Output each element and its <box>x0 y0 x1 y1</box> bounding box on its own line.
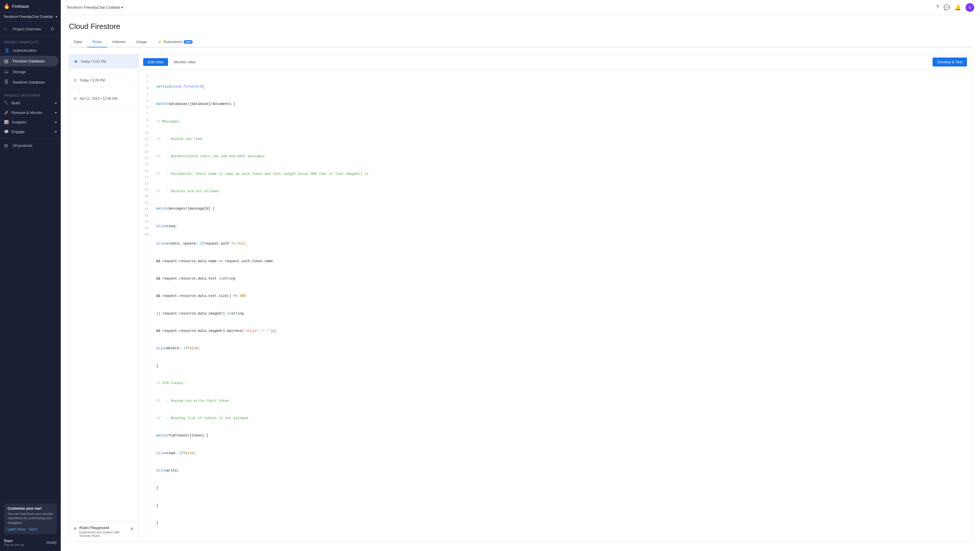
history-item-0[interactable]: ★ Today • 5:31 PM <box>69 55 138 68</box>
help-icon[interactable]: ? <box>936 4 939 10</box>
code-line-3: // Messages: <box>156 119 967 125</box>
sidebar-item-all-products[interactable]: ⊞ All products <box>0 140 59 151</box>
ln-3: 3 <box>138 85 151 92</box>
page-title: Cloud Firestore <box>69 22 972 31</box>
playground-title: Rules Playground <box>79 526 130 530</box>
tab-rules[interactable]: Rules <box>87 37 107 48</box>
sidebar-item-storage[interactable]: 🗂 Storage <box>0 67 59 77</box>
code-content[interactable]: service cloud.firestore { match /databas… <box>151 70 972 541</box>
code-line-17: } <box>156 363 967 369</box>
code-line-6: // - Validation: Check name is same as a… <box>156 171 967 177</box>
blaze-plan: Blaze Pay as you go Modify <box>4 537 57 548</box>
tab-usage-label: Usage <box>136 40 147 44</box>
home-icon: ⌂ <box>4 26 10 32</box>
code-line-1: service cloud.firestore { <box>156 84 967 90</box>
plan-info: Blaze Pay as you go <box>4 539 24 546</box>
code-line-13: && request.resource.data.text.size() <= … <box>156 293 967 300</box>
sidebar-group-label: Build <box>11 101 20 105</box>
ln-18: 18 <box>138 181 151 187</box>
sidebar-group-release-header[interactable]: 🚀 Release & Monitor ▾ <box>0 108 61 118</box>
release-icon: 🚀 <box>4 110 9 115</box>
editor-panel: Edit rules Monitor rules Develop & Test … <box>138 55 972 541</box>
settings-icon[interactable]: ⚙ <box>51 27 54 31</box>
tab-indexes-label: Indexes <box>113 40 126 44</box>
modify-plan-button[interactable]: Modify <box>46 541 57 545</box>
avatar[interactable]: U <box>966 3 974 12</box>
rules-container: ★ Today • 5:31 PM Today • 5:28 PM <box>69 54 972 542</box>
sidebar-item-realtime-db[interactable]: 🗄 Realtime Database <box>0 77 59 87</box>
develop-test-button[interactable]: Develop & Test <box>932 57 967 67</box>
plan-sub: Pay as you go <box>4 543 24 546</box>
code-line-23: allow write; <box>156 468 967 474</box>
history-timestamp-2: Apr 12, 2023 • 12:40 AM <box>80 97 117 101</box>
code-line-19: // - Anyone can write their token. <box>156 398 967 404</box>
sidebar-group-label: Release & Monitor <box>11 110 43 115</box>
sidebar-header: 🔥 Firebase <box>0 0 61 13</box>
ln-4: 4 <box>138 92 151 98</box>
tab-extensions[interactable]: ⚡ Extensions NEW <box>152 37 198 48</box>
code-line-15: && request.resource.data.imageUrl.matche… <box>156 328 967 335</box>
chevron-down-icon: ▾ <box>55 111 57 115</box>
code-line-18: // FCM Tokens: <box>156 380 967 387</box>
ln-6: 6 <box>138 104 151 111</box>
star-icon: ★ <box>74 59 78 64</box>
code-line-12: && request.resource.data.text is string <box>156 276 967 282</box>
sidebar-group-engage-header[interactable]: 💬 Engage ▾ <box>0 127 61 137</box>
tab-usage[interactable]: Usage <box>131 37 152 48</box>
tab-indexes[interactable]: Indexes <box>107 37 131 48</box>
ln-14: 14 <box>138 155 151 162</box>
learn-more-link[interactable]: Learn more <box>8 527 25 531</box>
ln-11: 11 <box>138 136 151 143</box>
topbar-left: Terraform FriendlyChat Codelab ▾ <box>67 5 123 10</box>
plan-name: Blaze <box>4 539 24 543</box>
got-it-link[interactable]: Got it <box>29 527 37 531</box>
topbar-dropdown-icon: ▾ <box>121 5 123 10</box>
sidebar-group-label: Analytics <box>11 120 27 124</box>
collapse-icon[interactable]: ∧ <box>130 526 134 532</box>
monitor-rules-tab[interactable]: Monitor rules <box>169 58 200 66</box>
editor-tabs: Edit rules Monitor rules <box>143 58 200 66</box>
project-dropdown-icon: ▾ <box>56 15 57 19</box>
bell-icon[interactable]: 🔔 <box>955 4 961 11</box>
edit-rules-tab[interactable]: Edit rules <box>143 58 168 66</box>
realtime-db-icon: 🗄 <box>4 79 10 85</box>
topbar-project-selector[interactable]: Terraform FriendlyChat Codelab ▾ <box>67 5 123 10</box>
ln-13: 13 <box>138 149 151 155</box>
history-item-1[interactable]: Today • 5:28 PM <box>69 74 138 87</box>
customize-nav-box: Customize your nav! You can now focus yo… <box>4 503 57 534</box>
tab-data[interactable]: Data <box>69 37 87 48</box>
sidebar-group-release: 🚀 Release & Monitor ▾ <box>0 108 61 118</box>
firestore-icon: ▤ <box>4 59 10 64</box>
project-selector[interactable]: Terraform FriendlyChat Codelab ▾ <box>0 13 61 21</box>
sidebar-group-analytics-header[interactable]: 📊 Analytics ▾ <box>0 118 61 127</box>
sidebar-group-build-header[interactable]: 🔨 Build ▾ <box>0 98 61 108</box>
code-line-11: && request.resource.data.name == request… <box>156 258 967 265</box>
sidebar: 🔥 Firebase Terraform FriendlyChat Codela… <box>0 0 61 551</box>
rules-playground-section[interactable]: ≡ Rules Playground Experiment and explor… <box>69 521 138 541</box>
sidebar-item-authentication[interactable]: 👤 Authentication <box>0 45 59 56</box>
sidebar-item-label: Realtime Database <box>13 80 45 84</box>
all-products-icon: ⊞ <box>4 143 10 148</box>
ln-19: 19 <box>138 187 151 194</box>
ln-5: 5 <box>138 98 151 104</box>
sidebar-item-firestore[interactable]: ▤ Firestore Database <box>0 56 59 67</box>
chevron-down-icon: ▾ <box>55 120 57 124</box>
history-panel: ★ Today • 5:31 PM Today • 5:28 PM <box>69 55 138 541</box>
ln-8: 8 <box>138 117 151 124</box>
chat-icon[interactable]: 💬 <box>943 4 950 11</box>
analytics-icon: 📊 <box>4 120 9 124</box>
code-editor[interactable]: 1 2 3 4 5 6 7 8 9 10 11 12 13 14 <box>138 70 972 541</box>
ln-2: 2 <box>138 79 151 85</box>
ln-17: 17 <box>138 174 151 181</box>
tabs: Data Rules Indexes Usage ⚡ Extensions NE… <box>69 37 972 48</box>
code-line-10: allow create, update: if request.auth !=… <box>156 241 967 247</box>
history-connector <box>69 87 138 92</box>
new-badge: NEW <box>184 40 192 44</box>
sidebar-bottom: Customize your nav! You can now focus yo… <box>0 500 61 551</box>
ln-24: 24 <box>138 219 151 225</box>
firebase-logo[interactable]: 🔥 Firebase <box>3 3 29 9</box>
app-name-label: Firebase <box>12 4 29 9</box>
sidebar-item-label: Authentication <box>13 48 37 52</box>
sidebar-item-project-overview[interactable]: ⌂ Project Overview ⚙ <box>0 24 59 34</box>
history-item-2[interactable]: Apr 12, 2023 • 12:40 AM <box>69 92 138 105</box>
